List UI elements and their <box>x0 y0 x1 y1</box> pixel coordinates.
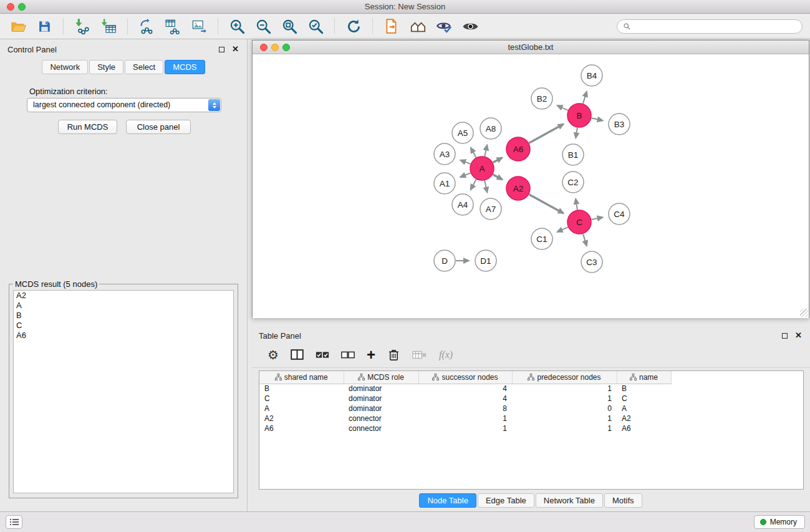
deselect-all-button[interactable] <box>341 351 355 359</box>
graph-node-A[interactable]: A <box>470 157 494 180</box>
graph-node-A6[interactable]: A6 <box>506 137 530 161</box>
column-header-mcds-role[interactable]: MCDS role <box>344 371 418 384</box>
clone-network-button[interactable] <box>162 16 183 37</box>
graph-edge-A6-B[interactable] <box>529 124 564 143</box>
zoom-fit-button[interactable] <box>279 16 300 37</box>
graph-edge-B-B1[interactable] <box>576 128 577 138</box>
table-row[interactable]: Cdominator41C <box>259 394 671 404</box>
graph-node-B4[interactable]: B4 <box>581 65 602 86</box>
graph-node-B3[interactable]: B3 <box>609 114 630 135</box>
export-image-button[interactable] <box>188 16 210 37</box>
zoom-selected-button[interactable] <box>305 16 326 37</box>
validate-view-button[interactable] <box>433 16 455 37</box>
column-header-name[interactable]: name <box>617 371 671 384</box>
graph-edge-B-B2[interactable] <box>557 105 568 110</box>
control-tab-mcds[interactable]: MCDS <box>165 60 205 74</box>
table-tab-edge-table[interactable]: Edge Table <box>478 493 534 508</box>
graph-node-A4[interactable]: A4 <box>452 194 473 215</box>
search-box[interactable] <box>617 19 803 34</box>
graph-edge-B-B4[interactable] <box>583 92 587 104</box>
graph-edge-C-C1[interactable] <box>557 227 568 232</box>
table-row[interactable]: A2connector11A2 <box>259 414 671 423</box>
control-tab-select[interactable]: Select <box>125 60 163 74</box>
table-row[interactable]: A6connector11A6 <box>259 423 671 433</box>
mcds-result-item[interactable]: A2 <box>14 291 233 301</box>
graph-node-A2[interactable]: A2 <box>506 177 530 200</box>
graph-node-A7[interactable]: A7 <box>480 198 501 220</box>
memory-button[interactable]: Memory <box>754 515 805 529</box>
close-panel-button[interactable]: Close panel <box>126 120 191 134</box>
graph-node-A8[interactable]: A8 <box>480 118 501 139</box>
delete-table-button[interactable] <box>412 351 427 359</box>
graph-edge-A-A5[interactable] <box>471 148 476 158</box>
table-tab-network-table[interactable]: Network Table <box>536 493 603 508</box>
graph-edge-C-C2[interactable] <box>576 199 577 210</box>
table-tab-motifs[interactable]: Motifs <box>604 493 642 508</box>
graph-node-B1[interactable]: B1 <box>562 144 584 165</box>
close-window-button[interactable] <box>7 3 14 11</box>
column-header-successor-nodes[interactable]: successor nodes <box>418 371 512 384</box>
graph-node-C1[interactable]: C1 <box>531 228 552 249</box>
column-header-shared-name[interactable]: shared name <box>259 371 344 384</box>
mcds-result-item[interactable]: A6 <box>14 331 233 341</box>
zoom-out-button[interactable] <box>253 16 274 37</box>
close-view-button[interactable] <box>260 44 268 51</box>
add-column-button[interactable]: + <box>367 349 375 361</box>
control-tab-network[interactable]: Network <box>42 60 88 74</box>
graph-edge-C-C3[interactable] <box>583 234 587 246</box>
search-input[interactable] <box>634 22 796 31</box>
run-mcds-button[interactable]: Run MCDS <box>58 120 117 134</box>
apply-layout-button[interactable] <box>343 16 364 37</box>
mcds-result-item[interactable]: B <box>14 311 233 321</box>
table-tab-node-table[interactable]: Node Table <box>419 493 476 508</box>
graph-node-C[interactable]: C <box>567 210 591 234</box>
close-panel-icon[interactable]: ✕ <box>232 44 239 54</box>
table-row[interactable]: Bdominator41B <box>259 384 671 394</box>
show-details-button[interactable] <box>460 16 481 37</box>
table-row[interactable]: Adominator80A <box>259 404 671 414</box>
graph-edge-A-A2[interactable] <box>493 175 503 180</box>
show-panels-button[interactable] <box>6 515 22 529</box>
network-canvas[interactable]: B4B2BB3A5A8A6B1A3AC2A1A2A4A7CC4C1C3DD1 <box>253 55 809 318</box>
graph-edge-A2-C[interactable] <box>529 195 564 213</box>
import-network-button[interactable] <box>72 16 93 37</box>
resize-grip[interactable] <box>800 309 808 317</box>
select-all-button[interactable] <box>316 351 329 359</box>
float-table-panel-icon[interactable] <box>782 333 788 339</box>
zoom-view-button[interactable] <box>282 44 290 51</box>
graph-node-C3[interactable]: C3 <box>581 251 602 273</box>
optimization-criterion-dropdown[interactable]: largest connected component (directed) <box>27 98 221 112</box>
graph-node-B2[interactable]: B2 <box>531 88 552 109</box>
zoom-window-button[interactable] <box>18 3 26 11</box>
graph-edge-A-A6[interactable] <box>493 158 503 163</box>
graph-edge-A-A1[interactable] <box>460 173 470 177</box>
graph-node-C4[interactable]: C4 <box>609 203 630 225</box>
graph-node-D1[interactable]: D1 <box>475 250 496 271</box>
import-file-button[interactable] <box>381 16 402 37</box>
graph-edge-C-C4[interactable] <box>592 217 603 220</box>
graph-node-A5[interactable]: A5 <box>452 122 473 143</box>
graph-edge-A-A4[interactable] <box>471 180 476 190</box>
graph-node-A1[interactable]: A1 <box>434 173 455 194</box>
function-builder-button[interactable]: f(x) <box>439 349 453 360</box>
mcds-result-item[interactable]: C <box>14 321 233 331</box>
table-settings-button[interactable]: ⚙ <box>268 349 279 361</box>
graph-edge-A-A3[interactable] <box>460 160 470 164</box>
graph-node-B[interactable]: B <box>567 104 591 127</box>
control-tab-style[interactable]: Style <box>89 60 123 74</box>
delete-column-button[interactable] <box>387 348 400 361</box>
save-session-button[interactable] <box>34 16 55 37</box>
graph-edge-B-B3[interactable] <box>592 118 603 120</box>
mcds-result-item[interactable]: A <box>14 301 233 311</box>
graph-node-C2[interactable]: C2 <box>562 172 584 193</box>
graph-node-A3[interactable]: A3 <box>434 143 455 165</box>
open-session-button[interactable] <box>7 16 29 37</box>
network-from-selection-button[interactable] <box>136 16 157 37</box>
close-table-panel-icon[interactable]: ✕ <box>795 331 802 340</box>
graph-edge-A-A7[interactable] <box>485 181 487 193</box>
zoom-in-button[interactable] <box>226 16 248 37</box>
graph-edge-A-A8[interactable] <box>485 145 487 156</box>
column-header-predecessor-nodes[interactable]: predecessor nodes <box>512 371 617 384</box>
home-views-button[interactable] <box>407 16 428 37</box>
minimize-view-button[interactable] <box>271 44 279 51</box>
